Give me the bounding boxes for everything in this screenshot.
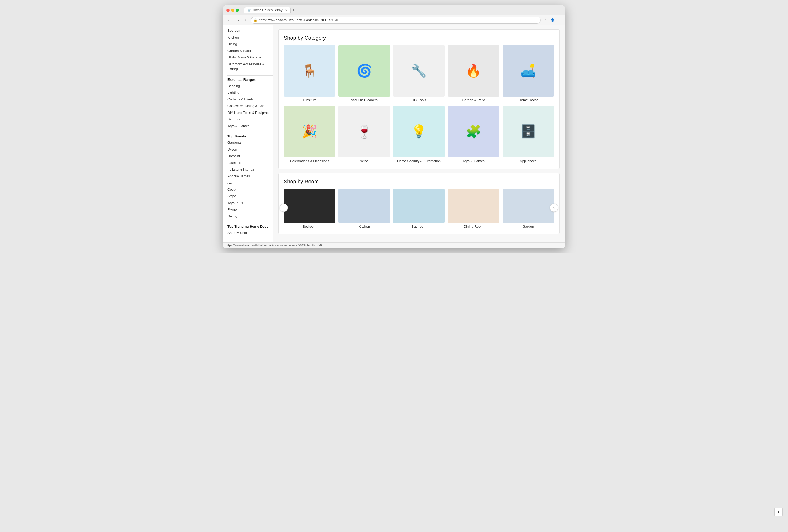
sidebar-link-cookware,-dining-&-bar[interactable]: Cookware, Dining & Bar	[228, 103, 273, 110]
sidebar-top-brands: GardenaDysonHotpointLakelandFolkstone Fi…	[228, 139, 273, 220]
sidebar-link-brand-dyson[interactable]: Dyson	[228, 146, 273, 153]
sidebar-link-brand-lakeland[interactable]: Lakeland	[228, 159, 273, 166]
category-image-3: 🔥	[448, 45, 499, 97]
sidebar-link-toys-&-games[interactable]: Toys & Games	[228, 123, 273, 130]
traffic-lights	[226, 9, 239, 12]
minimize-button[interactable]	[231, 9, 234, 12]
tab-close-button[interactable]: ✕	[285, 9, 287, 12]
close-button[interactable]	[226, 9, 230, 12]
browser-window: 🛒 Home Garden | eBay ✕ + ← → ↻ 🔒 https:/…	[223, 5, 565, 248]
category-item-home-security-&-automation[interactable]: 💡Home Security & Automation	[393, 106, 445, 163]
sidebar-link-bedding[interactable]: Bedding	[228, 83, 273, 90]
sidebar-link-brand-ao[interactable]: AO	[228, 179, 273, 186]
category-label-2: DIY Tools	[412, 98, 426, 103]
status-bar: https://www.ebay.co.uk/b/Bathroom-Access…	[223, 242, 565, 248]
url-text: https://www.ebay.co.uk/b/Home-Garden/bn_…	[259, 18, 538, 22]
user-icon[interactable]: 👤	[550, 18, 555, 22]
active-tab[interactable]: 🛒 Home Garden | eBay ✕	[244, 7, 291, 13]
sidebar-divider-3	[228, 222, 273, 222]
sidebar-link-brand-coop[interactable]: Coop	[228, 186, 273, 193]
category-image-1: 🌀	[338, 45, 390, 97]
sidebar-link-brand-hotpoint[interactable]: Hotpoint	[228, 153, 273, 159]
category-item-furniture[interactable]: 🪑Furniture	[284, 45, 335, 103]
sidebar-top-brands-title: Top Brands	[228, 134, 273, 138]
sidebar-trending-title: Top Trending Home Decor	[228, 224, 273, 229]
carousel-prev-button[interactable]: ‹	[280, 203, 288, 212]
room-item-garden[interactable]: Garden	[503, 189, 554, 229]
maximize-button[interactable]	[236, 9, 239, 12]
sidebar-link-brand-andrew-james[interactable]: Andrew James	[228, 173, 273, 180]
category-image-0: 🪑	[284, 45, 335, 97]
sidebar-link-bedroom[interactable]: Bedroom	[228, 27, 273, 34]
room-label-2: Bathroom	[412, 224, 426, 229]
sidebar-link-bathroom-accessories-&-fittings[interactable]: Bathroom Accessories & Fittings	[228, 61, 273, 73]
category-image-6: 🍷	[338, 106, 390, 157]
sidebar-link-brand-denby[interactable]: Denby	[228, 213, 273, 220]
category-label-1: Vacuum Cleaners	[351, 98, 377, 103]
category-label-5: Celebrations & Occasions	[290, 159, 329, 163]
room-item-kitchen[interactable]: Kitchen	[338, 189, 390, 229]
category-grid: 🪑Furniture🌀Vacuum Cleaners🔧DIY Tools🔥Gar…	[284, 45, 554, 163]
sidebar-link-curtains-&-blinds[interactable]: Curtains & Blinds	[228, 96, 273, 103]
category-label-9: Appliances	[520, 159, 537, 163]
sidebar-trending: Shabby Chic	[228, 230, 273, 236]
room-image-4	[503, 189, 554, 223]
room-image-0	[284, 189, 335, 223]
sidebar-divider-2	[228, 132, 273, 132]
category-label-4: Home Décor	[518, 98, 538, 103]
tab-bar: 🛒 Home Garden | eBay ✕ +	[244, 7, 562, 13]
carousel-next-button[interactable]: ›	[550, 203, 558, 212]
room-item-bathroom[interactable]: Bathroom	[393, 189, 445, 229]
sidebar-link-lighting[interactable]: Lighting	[228, 89, 273, 96]
sidebar-link-brand-flymo[interactable]: Flymo	[228, 206, 273, 213]
shop-by-room-card: Shop by Room ‹ BedroomKitchenBathroomDin…	[278, 173, 559, 234]
room-item-bedroom[interactable]: Bedroom	[284, 189, 335, 229]
category-image-4: 🛋️	[503, 45, 554, 97]
room-item-dining-room[interactable]: Dining Room	[448, 189, 499, 229]
status-url: https://www.ebay.co.uk/b/Bathroom-Access…	[226, 244, 321, 247]
category-item-garden-&-patio[interactable]: 🔥Garden & Patio	[448, 45, 499, 103]
category-item-wine[interactable]: 🍷Wine	[338, 106, 390, 163]
bookmark-icon[interactable]: ☆	[544, 18, 547, 22]
main-content: Shop by Category 🪑Furniture🌀Vacuum Clean…	[273, 25, 565, 242]
category-label-0: Furniture	[303, 98, 316, 103]
back-button[interactable]: ←	[226, 17, 233, 23]
room-image-1	[338, 189, 390, 223]
category-label-8: Toys & Games	[462, 159, 485, 163]
category-item-celebrations-&-occasions[interactable]: 🎉Celebrations & Occasions	[284, 106, 335, 163]
new-tab-button[interactable]: +	[292, 8, 295, 13]
room-carousel: ‹ BedroomKitchenBathroomDining RoomGarde…	[284, 189, 554, 229]
sidebar-essential-ranges: BeddingLightingCurtains & BlindsCookware…	[228, 83, 273, 130]
category-image-8: 🧩	[448, 106, 499, 157]
sidebar-link-diy-hand-tools-&-equipment[interactable]: DIY Hand Tools & Equipment	[228, 110, 273, 116]
address-bar[interactable]: 🔒 https://www.ebay.co.uk/b/Home-Garden/b…	[251, 17, 540, 24]
sidebar-link-utility-room-&-garage[interactable]: Utility Room & Garage	[228, 54, 273, 61]
sidebar-link-brand-argos[interactable]: Argos	[228, 193, 273, 200]
category-label-6: Wine	[360, 159, 368, 163]
sidebar-link-kitchen[interactable]: Kitchen	[228, 34, 273, 41]
sidebar-essential-ranges-title: Essential Ranges	[228, 78, 273, 82]
sidebar-link-brand-toys-r-us[interactable]: Toys R Us	[228, 200, 273, 206]
tab-title: Home Garden | eBay	[253, 8, 282, 12]
category-item-diy-tools[interactable]: 🔧DIY Tools	[393, 45, 445, 103]
tab-favicon: 🛒	[248, 9, 251, 12]
refresh-button[interactable]: ↻	[243, 17, 249, 23]
sidebar-top-section: BedroomKitchenDiningGarden & PatioUtilit…	[228, 27, 273, 73]
sidebar-link-brand-gardena[interactable]: Gardena	[228, 139, 273, 146]
category-item-vacuum-cleaners[interactable]: 🌀Vacuum Cleaners	[338, 45, 390, 103]
sidebar-link-garden-&-patio[interactable]: Garden & Patio	[228, 47, 273, 54]
toolbar: ← → ↻ 🔒 https://www.ebay.co.uk/b/Home-Ga…	[223, 15, 565, 25]
sidebar-link-trending-shabby-chic[interactable]: Shabby Chic	[228, 230, 273, 236]
sidebar-link-dining[interactable]: Dining	[228, 41, 273, 47]
menu-icon[interactable]: ⋮	[558, 18, 562, 22]
category-item-home-décor[interactable]: 🛋️Home Décor	[503, 45, 554, 103]
sidebar-link-bathroom[interactable]: Bathroom	[228, 116, 273, 123]
room-grid: BedroomKitchenBathroomDining RoomGarden	[284, 189, 554, 229]
shop-by-category-title: Shop by Category	[284, 35, 554, 41]
category-item-toys-&-games[interactable]: 🧩Toys & Games	[448, 106, 499, 163]
category-label-7: Home Security & Automation	[397, 159, 441, 163]
sidebar-link-brand-folkstone-fixings[interactable]: Folkstone Fixings	[228, 166, 273, 173]
category-item-appliances[interactable]: 🗄️Appliances	[503, 106, 554, 163]
sidebar: BedroomKitchenDiningGarden & PatioUtilit…	[223, 25, 273, 242]
forward-button[interactable]: →	[235, 17, 241, 23]
